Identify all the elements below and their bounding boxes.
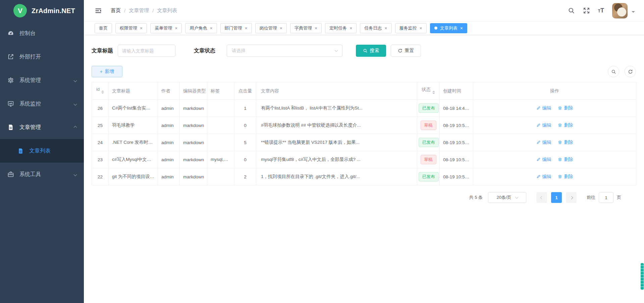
cell-tags	[207, 117, 234, 134]
sidebar-item-article-management[interactable]: 文章管理	[0, 116, 84, 139]
edit-icon	[536, 123, 541, 127]
dashboard-icon	[7, 30, 14, 37]
page-content: 文章标题 文章状态 请选择 搜索 重置 +	[84, 35, 644, 303]
cell-author: admin	[158, 151, 180, 168]
column-header-content: 文章内容	[256, 82, 417, 100]
cell-content: **错误提示** 当电脑更新 VS2017 版本后，如果...	[256, 134, 417, 151]
close-icon[interactable]: ×	[280, 26, 282, 31]
sidebar-item-article-list[interactable]: 文章列表	[0, 139, 84, 163]
cell-status: 已发布	[417, 100, 440, 117]
cell-title: .NET Core 发布时提示.NET...	[109, 134, 158, 151]
edit-link[interactable]: 编辑	[536, 174, 551, 180]
edit-link[interactable]: 编辑	[536, 105, 551, 111]
pagination-total: 共 5 条	[469, 194, 483, 201]
search-button[interactable]	[568, 7, 575, 14]
tab-item[interactable]: 定时任务×	[325, 23, 357, 33]
close-icon[interactable]: ×	[175, 26, 177, 31]
user-avatar[interactable]	[612, 3, 628, 18]
edit-link[interactable]: 编辑	[536, 139, 551, 145]
article-status-select[interactable]: 请选择	[227, 45, 342, 57]
close-icon[interactable]: ×	[210, 26, 212, 31]
tab-item[interactable]: 首页	[95, 23, 112, 33]
tab-item[interactable]: 权限管理×	[115, 23, 147, 33]
cell-actions: 编辑 删除	[473, 151, 636, 168]
chevron-left-icon	[540, 196, 543, 199]
delete-icon	[558, 106, 562, 110]
caret-down-icon[interactable]	[632, 11, 635, 14]
close-icon[interactable]: ×	[350, 26, 352, 31]
cell-content: mysql字符集utf8，c#写入中文后，全部显示成? ...	[256, 151, 417, 168]
reset-button-label: 重置	[405, 48, 414, 54]
chevron-right-icon	[570, 196, 573, 199]
sidebar-item-system-monitor[interactable]: 系统监控	[0, 92, 84, 116]
sidebar-item-label: 文章管理	[19, 124, 41, 131]
reset-button[interactable]: 重置	[391, 45, 421, 57]
scrollbar-thumb[interactable]	[641, 263, 644, 290]
delete-link[interactable]: 删除	[558, 157, 573, 163]
tab-item[interactable]: 部门管理×	[220, 23, 252, 33]
cell-author: admin	[158, 100, 180, 117]
fullscreen-button[interactable]	[583, 7, 590, 14]
tab-label: 任务日志	[364, 25, 382, 31]
delete-link[interactable]: 删除	[558, 174, 573, 180]
column-header-created: 创建时间	[440, 82, 473, 100]
close-icon[interactable]: ×	[420, 26, 422, 31]
add-article-button[interactable]: + 新增	[92, 66, 122, 77]
sort-carets-icon[interactable]	[101, 89, 104, 95]
toolbox-icon	[7, 171, 14, 178]
article-title-input[interactable]	[118, 45, 175, 57]
delete-icon	[558, 140, 562, 144]
search-button[interactable]: 搜索	[356, 45, 386, 57]
close-icon[interactable]: ×	[460, 26, 463, 31]
sort-carets-icon[interactable]	[432, 89, 435, 95]
page-number-button[interactable]: 1	[551, 192, 562, 203]
font-size-button[interactable]: TT	[598, 7, 604, 14]
collapse-sidebar-button[interactable]	[95, 7, 102, 14]
search-icon	[611, 69, 616, 74]
font-size-small-glyph: T	[598, 9, 600, 13]
close-icon[interactable]: ×	[384, 26, 387, 31]
sidebar-item-label: 系统管理	[19, 77, 41, 84]
cell-id: 23	[92, 151, 109, 168]
column-header-id[interactable]: id	[92, 82, 109, 100]
tab-item[interactable]: 岗位管理×	[255, 23, 287, 33]
chevron-down-icon	[74, 102, 77, 105]
tab-item[interactable]: 任务日志×	[360, 23, 391, 33]
sidebar-item-external-open[interactable]: 外部打开	[0, 45, 84, 69]
breadcrumb-home[interactable]: 首页	[111, 7, 121, 14]
app-title: ZrAdmin.NET	[32, 7, 75, 15]
column-header-status[interactable]: 状态	[417, 82, 440, 100]
close-icon[interactable]: ×	[140, 26, 143, 31]
cell-editor: markdown	[180, 151, 207, 168]
tab-label: 菜单管理	[155, 25, 172, 31]
tab-item[interactable]: 菜单管理×	[150, 23, 182, 33]
tab-item[interactable]: 字典管理×	[290, 23, 322, 33]
edit-icon	[536, 157, 541, 162]
refresh-table-button[interactable]	[625, 66, 636, 77]
close-icon[interactable]: ×	[245, 26, 248, 31]
breadcrumb-section[interactable]: 文章管理	[129, 7, 149, 14]
edit-link[interactable]: 编辑	[536, 122, 551, 128]
delete-link[interactable]: 删除	[558, 105, 573, 111]
delete-link[interactable]: 删除	[558, 122, 573, 128]
cell-tags: mysql,乱码	[207, 151, 234, 168]
prev-page-button[interactable]	[536, 192, 547, 203]
tab-item-active[interactable]: 文章列表×	[430, 23, 467, 33]
edit-link[interactable]: 编辑	[536, 157, 551, 163]
cell-clicks: 1	[234, 100, 256, 117]
sidebar-item-system-tools[interactable]: 系统工具	[0, 163, 84, 186]
goto-page-input[interactable]	[599, 192, 613, 203]
sidebar-item-dashboard[interactable]: 控制台	[0, 21, 84, 45]
next-page-button[interactable]	[566, 192, 577, 203]
app-logo[interactable]: V ZrAdmin.NET	[0, 0, 84, 21]
table-row: 25 羽毛球教学 admin markdown 0 #羽毛球拍参数说明 ## 中…	[92, 117, 636, 134]
page-size-select[interactable]: 20条/页	[488, 192, 526, 203]
column-header-title: 文章标题	[109, 82, 158, 100]
delete-icon	[558, 123, 562, 127]
delete-link[interactable]: 删除	[558, 139, 573, 145]
show-search-toggle-button[interactable]	[608, 66, 619, 77]
close-icon[interactable]: ×	[315, 26, 317, 31]
tab-item[interactable]: 服务监控×	[395, 23, 427, 33]
tab-item[interactable]: 用户角色×	[185, 23, 217, 33]
sidebar-item-system-management[interactable]: 系统管理	[0, 69, 84, 92]
